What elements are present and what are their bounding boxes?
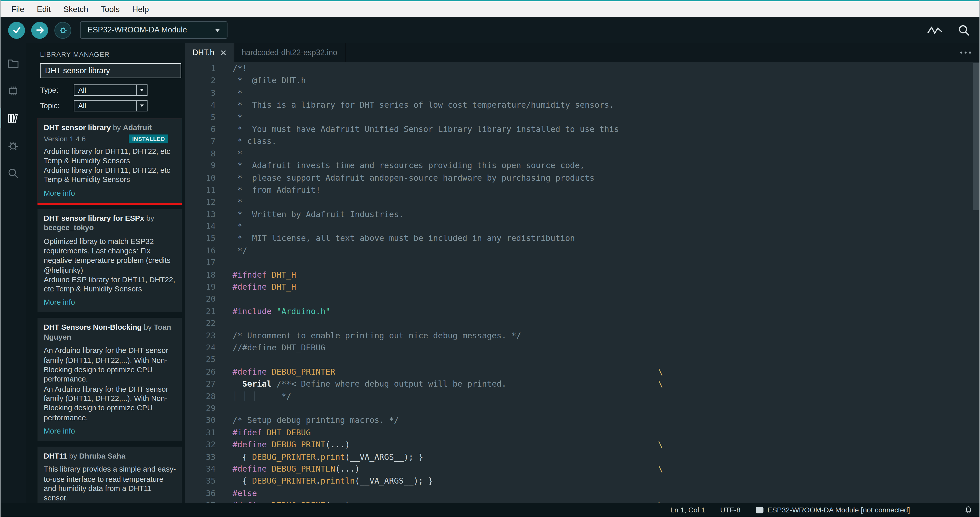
tab-close-icon[interactable] xyxy=(221,50,226,55)
line-number: 13 xyxy=(185,208,216,220)
sidebar-item-library-manager[interactable] xyxy=(0,104,26,132)
code-line[interactable]: #define DEBUG_PRINT(...) \ xyxy=(232,439,980,451)
code-line[interactable]: //#define DHT_DEBUG xyxy=(232,341,980,354)
code-line[interactable]: * xyxy=(232,87,980,99)
library-filters: Type: All Topic: All xyxy=(40,85,174,116)
code-line[interactable] xyxy=(232,317,980,329)
library-name: DHT sensor library for ESPx xyxy=(44,214,144,222)
encoding[interactable]: UTF-8 xyxy=(720,506,741,514)
menu-item-tools[interactable]: Tools xyxy=(94,1,126,17)
code-line[interactable]: * MIT license, all text above must be in… xyxy=(232,233,980,245)
line-number: 2 xyxy=(185,75,216,87)
code-line[interactable]: /*! xyxy=(232,62,980,75)
sidebar-item-search[interactable] xyxy=(0,160,26,187)
sidebar-item-debug[interactable] xyxy=(0,132,26,160)
code-line[interactable]: * xyxy=(232,111,980,123)
tab-dht-h[interactable]: DHT.h xyxy=(185,43,234,62)
code-line[interactable]: * Written by Adafruit Industries. xyxy=(232,208,980,220)
library-author: Adafruit xyxy=(123,123,152,132)
library-card[interactable]: DHT sensor library for ESPx by beegee_to… xyxy=(38,209,182,312)
line-number: 11 xyxy=(185,184,216,196)
code-line[interactable]: * xyxy=(232,147,980,160)
code-line[interactable]: { DEBUG_PRINTER.println(__VA_ARGS__); } xyxy=(232,475,980,487)
code-line[interactable]: { DEBUG_PRINTER.print(__VA_ARGS__); } xyxy=(232,451,980,463)
tab-hardcoded-dht22-esp32-ino[interactable]: hardcoded-dht22-esp32.ino xyxy=(234,43,345,62)
code-line[interactable]: * @file DHT.h xyxy=(232,75,980,87)
code-editor[interactable]: 1234567891011121314151617181920212223242… xyxy=(185,62,980,503)
code-line[interactable] xyxy=(232,257,980,269)
line-number: 25 xyxy=(185,354,216,366)
code-line[interactable]: #ifdef DHT_DEBUG xyxy=(232,426,980,439)
editor-actions-overflow-button[interactable] xyxy=(960,43,971,62)
library-card[interactable]: DHT Sensors Non-Blocking by Toan Nguyen … xyxy=(38,318,182,441)
code-line[interactable]: */ xyxy=(232,244,980,257)
code-line[interactable]: #define DEBUG_PRINTLN(...) \ xyxy=(232,463,980,475)
library-by: by xyxy=(111,123,123,132)
type-select[interactable]: All xyxy=(74,85,147,96)
type-filter-row: Type: All xyxy=(40,85,174,96)
verify-button[interactable] xyxy=(8,22,25,38)
code-line[interactable]: * This is a library for DHT series of lo… xyxy=(232,99,980,111)
library-search-input[interactable] xyxy=(40,63,181,78)
line-number: 5 xyxy=(185,111,216,123)
menu-item-help[interactable]: Help xyxy=(126,1,155,17)
code-line[interactable]: /* Setup debug printing macros. */ xyxy=(232,415,980,427)
code-line[interactable] xyxy=(232,293,980,305)
code-line[interactable]: * from Adafruit! xyxy=(232,184,980,196)
code-line[interactable]: Serial /**< Define where debug output wi… xyxy=(232,378,980,390)
library-card[interactable]: DHT11 by Dhruba Saha This library provid… xyxy=(38,447,182,503)
code-line[interactable] xyxy=(232,354,980,366)
code-line[interactable]: * Adafruit invests time and resources pr… xyxy=(232,160,980,172)
code-line[interactable]: * class. xyxy=(232,135,980,147)
code-line[interactable]: * xyxy=(232,196,980,208)
code-line[interactable]: #ifndef DHT_H xyxy=(232,269,980,281)
code-line[interactable]: * xyxy=(232,220,980,233)
sidebar-item-boards-manager[interactable] xyxy=(0,77,26,105)
more-info-link[interactable]: More info xyxy=(44,298,177,307)
more-info-link[interactable]: More info xyxy=(44,427,177,436)
line-number: 19 xyxy=(185,281,216,293)
line-number: 15 xyxy=(185,233,216,245)
line-number: 27 xyxy=(185,378,216,390)
serial-plotter-button[interactable] xyxy=(928,24,942,36)
library-author: Dhruba Saha xyxy=(79,452,126,460)
code-line[interactable] xyxy=(232,402,980,415)
library-description: Optimized libray to match ESP32 requirem… xyxy=(44,237,177,294)
menu-item-sketch[interactable]: Sketch xyxy=(57,1,94,17)
sidebar-item-sketchbook[interactable] xyxy=(0,49,26,77)
code-line[interactable]: #define DHT_H xyxy=(232,281,980,293)
code-line[interactable]: #define DEBUG_PRINT(...) \ xyxy=(232,499,980,503)
folder-icon xyxy=(6,56,20,70)
library-description: An Arduino library for the DHT sensor fa… xyxy=(44,346,177,423)
chevron-down-icon xyxy=(136,85,147,95)
library-name: DHT Sensors Non-Blocking xyxy=(44,323,142,332)
board-selector[interactable]: ESP32-WROOM-DA Module xyxy=(80,21,228,39)
code-line[interactable]: #else xyxy=(232,487,980,499)
topic-select[interactable]: All xyxy=(74,100,147,111)
cursor-position[interactable]: Ln 1, Col 1 xyxy=(670,506,705,514)
serial-monitor-button[interactable] xyxy=(958,24,970,36)
line-number: 28 xyxy=(185,390,216,402)
library-card[interactable]: DHT sensor library by Adafruit Version 1… xyxy=(38,118,182,203)
menu-item-edit[interactable]: Edit xyxy=(30,1,57,17)
code-line[interactable]: │ │ │ */ xyxy=(232,390,980,402)
menu-item-file[interactable]: File xyxy=(5,1,30,17)
line-number: 1 xyxy=(185,62,216,75)
code-line[interactable]: * You must have Adafruit Unified Sensor … xyxy=(232,123,980,136)
debug-button[interactable] xyxy=(54,22,71,38)
menu-bar: FileEditSketchToolsHelp xyxy=(0,1,980,17)
code-line[interactable]: * please support Adafruit andopen-source… xyxy=(232,172,980,184)
toolbar: ESP32-WROOM-DA Module xyxy=(0,17,980,43)
code-line[interactable]: #include "Arduino.h" xyxy=(232,305,980,318)
board-status[interactable]: ESP32-WROOM-DA Module [not connected] xyxy=(756,506,910,514)
status-bar: Ln 1, Col 1 UTF-8 ESP32-WROOM-DA Module … xyxy=(0,503,980,517)
notifications-bell-button[interactable] xyxy=(964,503,973,517)
code-line[interactable]: /* Uncomment to enable printing out nice… xyxy=(232,329,980,342)
code-line[interactable]: #define DEBUG_PRINTER \ xyxy=(232,366,980,378)
ellipsis-icon xyxy=(960,51,971,54)
line-number: 12 xyxy=(185,196,216,208)
editor-scrollbar[interactable] xyxy=(973,63,979,210)
line-number: 8 xyxy=(185,147,216,160)
upload-button[interactable] xyxy=(31,22,48,38)
more-info-link[interactable]: More info xyxy=(44,189,177,198)
